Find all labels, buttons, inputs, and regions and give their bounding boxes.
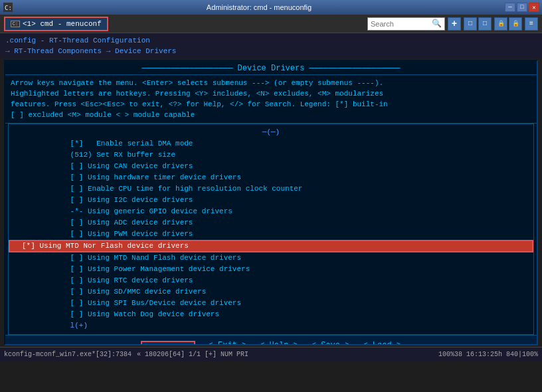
menu-button[interactable]: ≡ [525, 17, 538, 31]
menu-item-2[interactable]: [ ] Using CAN device drivers [9, 161, 533, 172]
exit-button[interactable]: < Exit > [209, 341, 247, 345]
menu-item-1[interactable]: (512) Set RX buffer size [9, 149, 533, 161]
lock-btn-1[interactable]: 🔒 [494, 17, 507, 31]
menu-item-10[interactable]: [ ] Using MTD Nand Flash device drivers [9, 252, 533, 264]
menu-item-15[interactable]: [ ] Using Watch Dog device drivers [9, 309, 533, 320]
minimize-button[interactable]: ─ [505, 3, 515, 12]
menu-bar: C: <1> cmd - menuconf 🔍 + □ □ 🔒 🔒 ≡ [0, 15, 542, 33]
menu-item-3[interactable]: [ ] Using hardware timer device drivers [9, 172, 533, 183]
menu-item-9-highlighted[interactable]: [*] Using MTD Nor Flash device drivers [9, 240, 533, 252]
view-btn-2[interactable]: □ [478, 17, 492, 31]
main-window: ——————————————————— Device Drivers —————… [4, 60, 538, 345]
status-right-text: 100%38 16:13:25h 840|100% [438, 351, 538, 358]
menu-item-4[interactable]: [ ] Enable CPU time for high resolution … [9, 183, 533, 195]
menu-item-0[interactable]: [*] Enable serial DMA mode [9, 138, 533, 149]
view-btn-1[interactable]: □ [464, 17, 477, 31]
add-button[interactable]: + [448, 17, 461, 31]
maximize-button[interactable]: □ [517, 3, 527, 12]
menu-item-5[interactable]: [ ] Using I2C device drivers [9, 195, 533, 206]
menu-item-11[interactable]: [ ] Using Power Management device driver… [9, 264, 533, 275]
menu-separator-top: ─(─) [9, 127, 533, 138]
menu-item-14[interactable]: [ ] Using SPI Bus/Device device drivers [9, 298, 533, 309]
lock-buttons: 🔒 🔒 [494, 17, 522, 31]
menu-item-7[interactable]: [ ] Using ADC device drivers [9, 217, 533, 229]
breadcrumb-line2: → RT-Thread Components → Device Drivers [5, 46, 537, 56]
toolbar-right: 🔍 + □ □ 🔒 🔒 ≡ [367, 17, 538, 31]
menu-item-6[interactable]: -*- Using generic GPIO device drivers [9, 206, 533, 217]
load-button[interactable]: < Load > [363, 341, 401, 345]
search-icon: 🔍 [432, 19, 442, 29]
help-button[interactable]: < Help > [260, 341, 298, 345]
search-box[interactable]: 🔍 [367, 17, 445, 31]
tab-cmd-icon: C: [11, 21, 20, 27]
breadcrumb-bar: .config - RT-Thread Configuration → RT-T… [0, 33, 542, 58]
menu-separator-bottom: l(+) [9, 320, 533, 332]
svg-text:C:: C: [5, 5, 12, 11]
title-bar: C: Administrator: cmd - menuconfig ─ □ ✕ [0, 0, 542, 15]
app-icon: C: [3, 2, 13, 13]
status-center: « 180206[64] 1/1 [+] NUM PRI [137, 351, 248, 358]
menu-item-12[interactable]: [ ] Using RTC device drivers [9, 275, 533, 286]
close-button[interactable]: ✕ [529, 3, 539, 12]
title-text: Administrator: cmd - menuconfig [16, 3, 502, 11]
view-buttons: □ □ [464, 17, 492, 31]
status-bar: kconfig-mconf_win7.exe*[32]:7384 « 18020… [0, 347, 542, 361]
window-controls: ─ □ ✕ [505, 3, 539, 12]
section-title: ——————————————————— Device Drivers —————… [5, 61, 537, 75]
status-left: kconfig-mconf_win7.exe*[32]:7384 [4, 351, 132, 358]
breadcrumb-line1: .config - RT-Thread Configuration [5, 35, 537, 46]
menu-item-13[interactable]: [ ] Using SD/MMC device drivers [9, 286, 533, 298]
select-button[interactable]: <Select> [141, 341, 195, 345]
active-tab[interactable]: C: <1> cmd - menuconf [4, 17, 108, 31]
search-input[interactable] [371, 20, 430, 28]
button-bar: <Select> < Exit > < Help > < Save > < Lo… [5, 335, 537, 345]
tab-label: <1> cmd - menuconf [23, 20, 102, 28]
menu-item-8[interactable]: [ ] Using PWM device drivers [9, 229, 533, 240]
status-right: 100%38 16:13:25h 840|100% [438, 351, 538, 358]
lock-btn-2[interactable]: 🔒 [509, 17, 522, 31]
menu-area: ─(─) [*] Enable serial DMA mode (512) Se… [8, 124, 534, 335]
save-button[interactable]: < Save > [312, 341, 350, 345]
help-text: Arrow keys navigate the menu. <Enter> se… [5, 75, 537, 124]
